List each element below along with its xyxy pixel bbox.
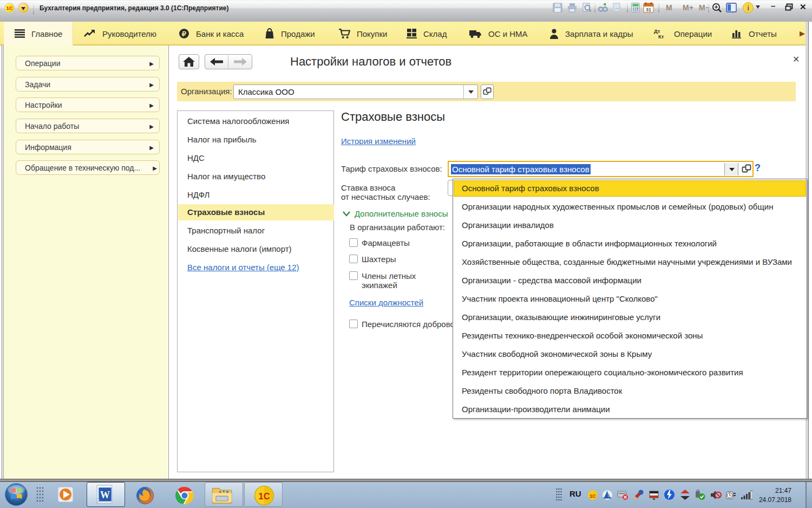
svg-text:31: 31 <box>646 7 651 12</box>
svg-text:1С: 1С <box>590 493 596 499</box>
svg-text:i: i <box>747 4 749 12</box>
svg-text:Кт: Кт <box>658 34 664 39</box>
svg-text:1С: 1С <box>259 491 270 501</box>
svg-text:₽: ₽ <box>182 30 187 38</box>
svg-text:W: W <box>100 490 110 500</box>
